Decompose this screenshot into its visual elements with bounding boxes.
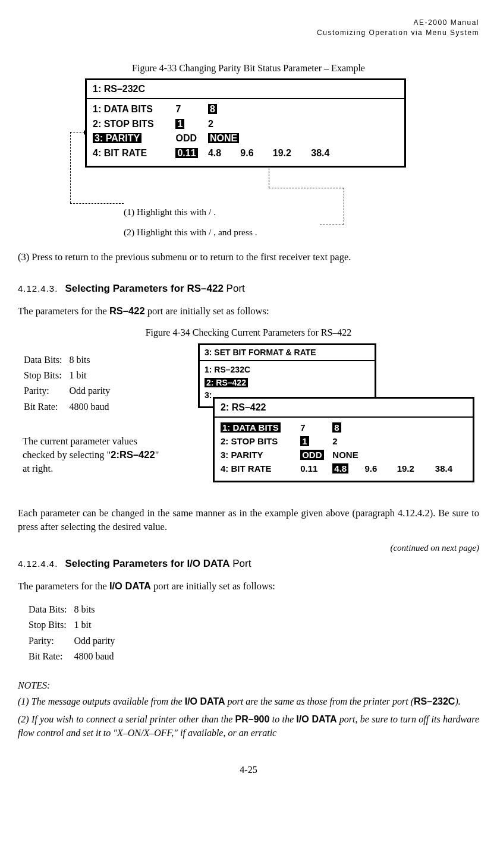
option-7: 7 bbox=[300, 421, 330, 434]
section-number: 4.12.4.4. bbox=[18, 558, 58, 569]
option-2: 2 bbox=[332, 435, 362, 447]
row-label: 4: BIT RATE bbox=[93, 147, 173, 160]
text: (2) If you wish to connect a serial prin… bbox=[18, 714, 235, 724]
def-val: 1 bit bbox=[69, 368, 116, 383]
option-7: 7 bbox=[175, 103, 205, 116]
lcd-title: 3: SET BIT FORMAT & RATE bbox=[200, 345, 375, 362]
lcd-panel-rs422: 2: RS–422 1: DATA BITS 7 8 2: STOP BITS … bbox=[213, 397, 474, 482]
figure-4-33-caption: Figure 4-33 Changing Parity Bit Status P… bbox=[18, 62, 479, 75]
port-name: RS–232C bbox=[414, 696, 455, 706]
callout-line bbox=[344, 188, 344, 225]
menu-row-bit-rate: 4: BIT RATE 0.11 4.8 9.6 19.2 38.4 bbox=[93, 147, 398, 160]
def-val: 4800 baud bbox=[74, 649, 121, 664]
text: to the bbox=[269, 714, 296, 724]
def-key: Data Bits: bbox=[29, 602, 73, 617]
option-9-6: 9.6 bbox=[240, 147, 270, 160]
menu-row-parity: 3: PARITY ODD NONE bbox=[221, 449, 467, 461]
text: The parameters for the bbox=[18, 580, 109, 592]
rs422-intro-para: The parameters for the RS–422 port are i… bbox=[18, 304, 479, 318]
text: port are the same as those from the prin… bbox=[225, 696, 414, 706]
rs422-defaults-list: Data Bits:8 bits Stop Bits:1 bit Parity:… bbox=[23, 343, 189, 476]
rs422-check-text: The current parameter values checked by … bbox=[23, 434, 189, 475]
manual-title: AE-2000 Manual bbox=[18, 18, 479, 28]
step-2: (2) Highlight this with / , and press . bbox=[124, 226, 433, 239]
note-1: (1) The message outputs available from t… bbox=[18, 695, 479, 708]
step-3: (3) Press to return to the previous subm… bbox=[18, 250, 479, 264]
text: The current parameter values bbox=[23, 435, 137, 447]
product-name: PR–900 bbox=[235, 714, 270, 724]
figure-4-34-caption: Figure 4-34 Checking Current Parameters … bbox=[18, 326, 479, 339]
manual-subtitle: Customizing Operation via Menu System bbox=[18, 28, 479, 38]
option-1-selected: 1 bbox=[300, 436, 309, 446]
section-title: Selecting Parameters for RS–422 bbox=[65, 283, 223, 294]
text: at right. bbox=[23, 463, 53, 474]
def-val: Odd parity bbox=[69, 384, 116, 398]
each-parameter-para: Each parameter can be changed in the sam… bbox=[18, 506, 479, 534]
text: port are initially set as follows: bbox=[151, 580, 275, 592]
section-4-12-4-3-heading: 4.12.4.3. Selecting Parameters for RS–42… bbox=[18, 282, 479, 296]
text: " bbox=[155, 449, 159, 460]
def-key: Parity: bbox=[24, 384, 68, 398]
option-19-2: 19.2 bbox=[397, 462, 433, 475]
menu-row-data-bits: 1: DATA BITS 7 8 bbox=[93, 103, 398, 116]
menu-item-rs422-selected: 2: RS–422 bbox=[205, 378, 248, 387]
page-header: AE-2000 Manual Customizing Operation via… bbox=[18, 18, 479, 38]
port-name: I/O DATA bbox=[109, 580, 151, 591]
row-label-selected: 1: DATA BITS bbox=[221, 422, 281, 433]
row-label: 2: STOP BITS bbox=[221, 435, 298, 447]
option-2: 2 bbox=[208, 118, 238, 131]
row-label: 1: DATA BITS bbox=[93, 103, 173, 116]
step-1: (1) Highlight this with / . bbox=[124, 206, 433, 219]
menu-row-bit-rate: 4: BIT RATE 0.11 4.8 9.6 19.2 38.4 bbox=[221, 462, 467, 475]
callout-line bbox=[269, 188, 344, 188]
iodata-defaults-list: Data Bits:8 bits Stop Bits:1 bit Parity:… bbox=[27, 601, 122, 665]
row-label: 3: PARITY bbox=[221, 449, 298, 461]
callout-line bbox=[70, 132, 71, 203]
option-0-11: 0.11 bbox=[300, 462, 330, 475]
text: port are initially set as follows: bbox=[145, 305, 269, 317]
text: The parameters for the bbox=[18, 305, 109, 317]
option-8-selected: 8 bbox=[208, 104, 217, 114]
menu-item-rs232c: 1: RS–232C bbox=[205, 364, 370, 376]
text: (1) The message outputs available from t… bbox=[18, 696, 185, 706]
def-val: 1 bit bbox=[74, 618, 121, 632]
option-4-8-selected: 4.8 bbox=[332, 463, 348, 474]
section-title: Selecting Parameters for I/O DATA bbox=[65, 558, 229, 569]
section-4-12-4-4-heading: 4.12.4.4. Selecting Parameters for I/O D… bbox=[18, 557, 479, 571]
option-38-4: 38.4 bbox=[311, 147, 341, 160]
port-name: I/O DATA bbox=[296, 714, 336, 724]
option-none: NONE bbox=[332, 449, 362, 461]
def-key: Bit Rate: bbox=[29, 649, 73, 664]
menu-ref: 2:RS–422 bbox=[111, 449, 155, 460]
row-label-selected: 3: PARITY bbox=[93, 133, 141, 143]
note-2: (2) If you wish to connect a serial prin… bbox=[18, 713, 479, 740]
callout-line bbox=[320, 225, 344, 225]
callout-line bbox=[70, 203, 124, 204]
section-number: 4.12.4.3. bbox=[18, 283, 58, 293]
section-suffix: Port bbox=[227, 283, 245, 294]
menu-row-data-bits: 1: DATA BITS 7 8 bbox=[221, 421, 467, 434]
figure-4-34: Data Bits:8 bits Stop Bits:1 bit Parity:… bbox=[23, 343, 474, 498]
def-val: Odd parity bbox=[74, 634, 121, 648]
def-key: Stop Bits: bbox=[29, 618, 73, 632]
section-suffix: Port bbox=[232, 558, 251, 569]
def-val: 8 bits bbox=[74, 602, 121, 617]
menu-row-stop-bits: 2: STOP BITS 1 2 bbox=[93, 118, 398, 131]
port-name: I/O DATA bbox=[185, 696, 225, 706]
iodata-intro-para: The parameters for the I/O DATA port are… bbox=[18, 579, 479, 593]
lcd-panel-rs232c: 1: RS–232C 1: DATA BITS 7 8 2: STOP BITS… bbox=[85, 78, 406, 168]
def-key: Stop Bits: bbox=[24, 368, 68, 383]
menu-row-stop-bits: 2: STOP BITS 1 2 bbox=[221, 435, 467, 447]
def-key: Bit Rate: bbox=[24, 400, 68, 414]
port-name: RS–422 bbox=[109, 305, 145, 316]
callout-arrow bbox=[70, 132, 84, 132]
option-38-4: 38.4 bbox=[435, 462, 465, 475]
continued-note: (continued on next page) bbox=[18, 542, 479, 554]
row-label: 2: STOP BITS bbox=[93, 118, 173, 131]
lcd-body: 1: DATA BITS 7 8 2: STOP BITS 1 2 3: PAR… bbox=[87, 99, 404, 166]
option-8-selected: 8 bbox=[332, 422, 341, 433]
def-key: Parity: bbox=[29, 634, 73, 648]
text: ). bbox=[455, 696, 460, 706]
row-label: 4: BIT RATE bbox=[221, 462, 298, 475]
notes-heading: NOTES: bbox=[18, 679, 479, 692]
